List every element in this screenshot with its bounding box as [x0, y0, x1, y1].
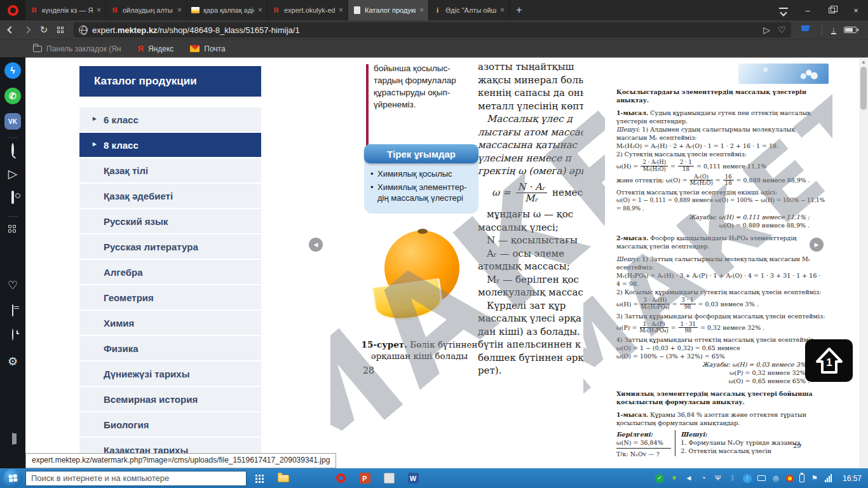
reload-button[interactable]: ↻ [36, 22, 52, 37]
margin-red-bar [366, 64, 369, 153]
battery-tray-icon[interactable] [799, 474, 804, 482]
folder-icon [278, 475, 289, 482]
battery-saver-icon[interactable] [844, 27, 857, 33]
word-icon: W [408, 473, 419, 484]
sidebar-toggle-button[interactable] [0, 433, 25, 445]
back-button[interactable] [3, 22, 19, 37]
usb-tray-icon[interactable]: Ψ [714, 474, 722, 483]
prev-page-button[interactable]: ◀ [309, 238, 323, 252]
menu-item-fizika[interactable]: Физика [79, 336, 261, 360]
news-button[interactable] [0, 305, 25, 316]
tab-1[interactable]: Я күнделік кз — Яндекс: н × [25, 0, 106, 20]
tab-5-active[interactable]: Каталог продукции — Т × [348, 0, 429, 20]
tab-close-icon[interactable]: × [339, 6, 343, 15]
security-center-tray-icon[interactable] [786, 475, 794, 482]
catalog-header: Каталог продукции [79, 66, 261, 97]
menu-item-russkaya-literatura[interactable]: Русская литература [79, 234, 261, 259]
download-manager-tray-icon[interactable]: ▼ [670, 474, 679, 483]
bookmark-yandex[interactable]: ЯЯндекс [138, 44, 174, 53]
opera-menu-button[interactable] [0, 0, 25, 20]
tab-2[interactable]: Я ойлаудың алты қалпағы × [106, 0, 187, 20]
snapshot-button[interactable] [0, 192, 25, 203]
app-grid-button[interactable] [248, 469, 271, 487]
bookmarks-folder[interactable]: Панель закладок (Ян [33, 44, 121, 53]
page-text: Қосылыстардағы элементтердің массалық үл… [616, 88, 826, 456]
yandex-favicon: Я [111, 6, 119, 15]
cart-extension-icon[interactable] [800, 24, 813, 36]
url-field[interactable]: expert.mektep.kz/ru/shop/48649-8_klass/5… [74, 22, 791, 37]
speed-dial-button[interactable] [52, 22, 69, 37]
search-button[interactable] [0, 144, 25, 156]
word-button[interactable]: W [402, 469, 424, 487]
menu-item-duniezhuzi-tarihy[interactable]: Дүниежүзі тарихы [79, 362, 261, 386]
menu-item-algebra[interactable]: Алгебра [79, 260, 261, 284]
bookmarks-bar: Панель закладок (Ян ЯЯндекс Почта [0, 39, 868, 57]
menu-item-himiya[interactable]: Химия [79, 311, 261, 335]
antivirus-tray-icon[interactable]: ✓ [655, 474, 664, 483]
whatsapp-button[interactable]: ✆ [0, 88, 25, 104]
tab-4[interactable]: Я expert.okulyk-edu.kz — × [268, 0, 348, 20]
tab-close-icon[interactable]: × [419, 6, 424, 15]
tab-close-icon[interactable]: × [177, 6, 182, 15]
close-button[interactable]: × [844, 0, 868, 20]
tab-3[interactable]: қара қалпақ әдісі қанда × [187, 0, 268, 20]
speed-dial-rail-button[interactable] [0, 224, 25, 234]
language-flag-tray-icon[interactable]: ⚑ [810, 474, 819, 483]
tab-close-icon[interactable]: × [97, 6, 101, 15]
start-button[interactable] [3, 469, 22, 488]
vk-button[interactable]: VK [0, 113, 25, 130]
display-tray-icon[interactable] [757, 475, 766, 481]
messenger-icon: ϟ [4, 62, 21, 79]
address-bar: ↻ expert.mektep.kz/ru/shop/48649-8_klass… [0, 20, 868, 39]
downloads-icon[interactable]: ↓ [831, 26, 837, 34]
bookmark-heart-icon[interactable]: ♡ [778, 25, 786, 35]
messenger-button[interactable]: ϟ [0, 62, 25, 79]
tab-6[interactable]: i Әдіс "Алты ойшыл қалп × [429, 0, 510, 20]
file-explorer-button[interactable] [272, 469, 295, 487]
next-page-button[interactable]: ▶ [810, 238, 824, 252]
opera-taskbar-button-active[interactable] [329, 469, 352, 487]
image-favicon [191, 7, 200, 13]
scroll-up-icon[interactable]: ▲ [859, 58, 868, 65]
network-tray-icon[interactable]: ◎ [771, 474, 780, 483]
history-button[interactable] [0, 329, 25, 341]
settings-button[interactable]: ⚙ [0, 355, 25, 369]
menu-item-geometriya[interactable]: Геометрия [79, 285, 261, 309]
speed-dial-icon [57, 27, 64, 34]
opera-icon [336, 473, 346, 483]
new-tab-button[interactable]: + [510, 0, 529, 20]
taskbar-search-input[interactable]: Поиск в интернете и на компьютере [25, 471, 247, 486]
tab-menu-button[interactable] [771, 0, 796, 20]
forward-button[interactable] [19, 22, 36, 37]
tab-close-icon[interactable]: × [500, 6, 505, 15]
generic-app-button[interactable] [377, 469, 400, 487]
menu-item-8-klass[interactable]: 8 класс [79, 133, 261, 157]
bookmarks-button[interactable]: ♡ [0, 278, 25, 292]
menu-item-vsemirnaya-istoriya[interactable]: Всемирная история [79, 387, 261, 411]
bookmark-mail[interactable]: Почта [190, 44, 225, 53]
grid-icon [8, 225, 17, 234]
share-icon[interactable]: ▷ [763, 25, 770, 35]
signal-bars-icon[interactable] [825, 474, 832, 482]
menu-item-kazak-tili[interactable]: Қазақ тілі [79, 158, 261, 182]
volume-tray-icon[interactable]: ◄ [684, 474, 693, 483]
formula-omega-h2: ω(H) = 3 · Aᵣ(H)Mᵣ(H₃PO₄) = 3 · 198 = 0,… [616, 297, 826, 311]
minimize-button[interactable]: – [796, 0, 820, 20]
menu-item-kazak-adebieti[interactable]: Қазақ әдебиеті [79, 184, 261, 208]
folder-icon [33, 46, 42, 52]
scheduler-tray-icon[interactable]: ◔ [699, 474, 708, 483]
scrollbar[interactable]: ▲ [859, 58, 868, 469]
menu-item-6-klass[interactable]: 6 класс [79, 107, 261, 132]
menu-item-biologiya[interactable]: Биология [79, 412, 261, 437]
powerpoint-button[interactable]: P [353, 469, 376, 487]
restore-button[interactable] [820, 0, 844, 20]
formula-omega-o: және оттектің: ω(O) = Aᵣ(O)Mᵣ(H₂O) = 161… [616, 174, 826, 187]
flow-send-button[interactable]: ▷ [0, 166, 25, 181]
go-to-page-1-button[interactable]: 1 [805, 339, 853, 382]
upload-tray-icon[interactable]: ↑ [743, 474, 752, 483]
menu-item-russkij-yazyk[interactable]: Русский язык [79, 209, 261, 233]
clock-time[interactable]: 16:57 [843, 474, 862, 483]
tab-close-icon[interactable]: × [258, 6, 262, 15]
bluetooth-tray-icon[interactable]: ᛒ [728, 474, 737, 483]
scrollbar-thumb[interactable] [860, 67, 867, 110]
